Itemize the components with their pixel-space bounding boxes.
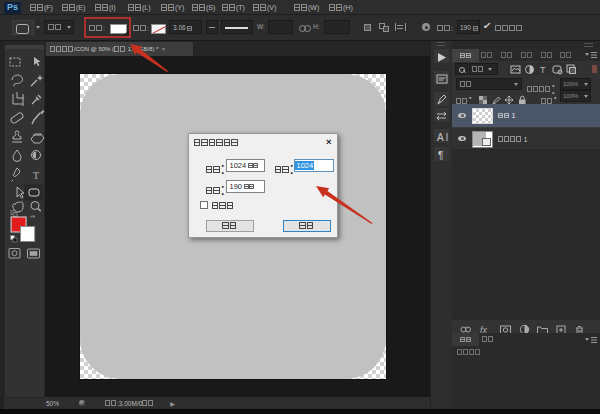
svg-text:A: A (437, 132, 444, 143)
svg-text:T: T (33, 170, 39, 181)
svg-text:¶: ¶ (438, 150, 443, 161)
svg-text:T: T (540, 65, 546, 75)
